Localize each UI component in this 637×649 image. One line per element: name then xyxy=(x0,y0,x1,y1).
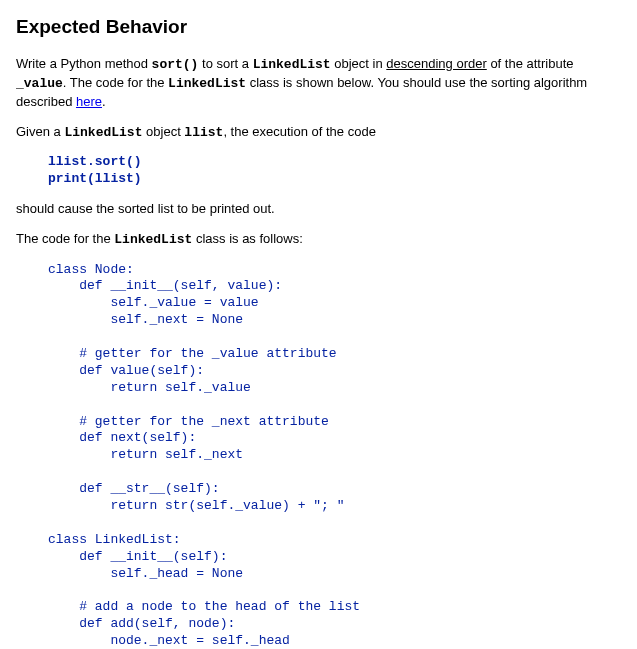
code-sort: sort() xyxy=(152,57,199,72)
code-linkedlist: LinkedList xyxy=(114,232,192,247)
text: to sort a xyxy=(198,56,252,71)
text: Write a Python method xyxy=(16,56,152,71)
text: object xyxy=(142,124,184,139)
code-line: llist.sort() xyxy=(48,154,142,169)
code-linkedlist: LinkedList xyxy=(168,76,246,91)
text: . xyxy=(102,94,106,109)
text: The code for the xyxy=(16,231,114,246)
code-llist: llist xyxy=(184,125,223,140)
text-descending-order: descending order xyxy=(386,56,486,71)
text: . The code for the xyxy=(63,75,168,90)
link-here[interactable]: here xyxy=(76,94,102,109)
section-heading: Expected Behavior xyxy=(16,14,621,41)
code-line: print(llist) xyxy=(48,171,142,186)
code-block-usage: llist.sort() print(llist) xyxy=(48,154,621,188)
paragraph-given: Given a LinkedList object llist, the exe… xyxy=(16,123,621,142)
text: class is as follows: xyxy=(192,231,303,246)
code-block-class-definition: class Node: def __init__(self, value): s… xyxy=(48,262,621,650)
paragraph-result: should cause the sorted list to be print… xyxy=(16,200,621,218)
code-linkedlist: LinkedList xyxy=(253,57,331,72)
text: Given a xyxy=(16,124,64,139)
code-value-attr: _value xyxy=(16,76,63,91)
code-linkedlist: LinkedList xyxy=(64,125,142,140)
paragraph-class-intro: The code for the LinkedList class is as … xyxy=(16,230,621,249)
text: of the attribute xyxy=(487,56,574,71)
text: , the execution of the code xyxy=(223,124,376,139)
paragraph-intro: Write a Python method sort() to sort a L… xyxy=(16,55,621,112)
text: object in xyxy=(331,56,387,71)
